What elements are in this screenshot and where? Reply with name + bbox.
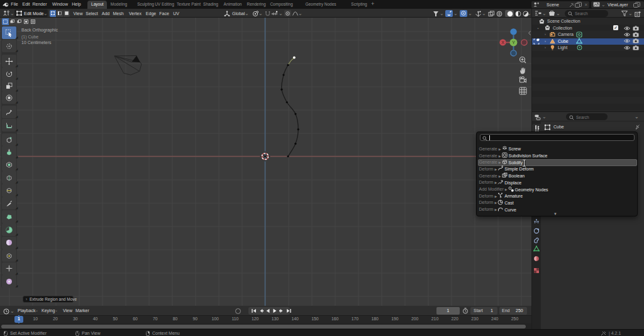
svg-text:X: X xyxy=(501,40,504,45)
svg-text:Y: Y xyxy=(512,40,515,45)
